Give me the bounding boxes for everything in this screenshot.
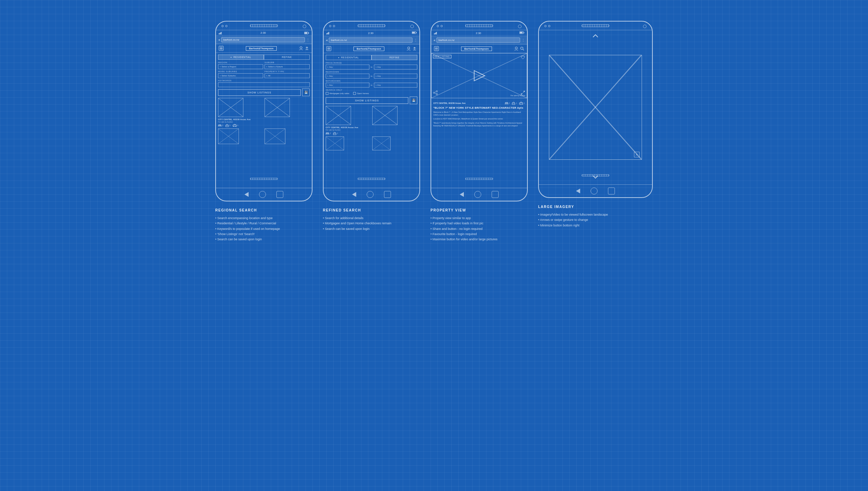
field-row-region: REGION ▾ Select a Region SUBURB ▾ Select… <box>218 61 310 69</box>
back-btn-2[interactable] <box>352 192 356 197</box>
property-type-label: PROPERTY TYPE <box>265 70 310 73</box>
beds-1: 2 <box>218 124 223 127</box>
phone-3-speaker <box>465 24 493 27</box>
hamburger-menu-3[interactable] <box>434 46 439 51</box>
property-type-value: All <box>268 75 270 77</box>
listing-img-1b <box>265 98 290 117</box>
svg-rect-60 <box>512 103 515 105</box>
svg-rect-4 <box>308 32 309 33</box>
desc-title-1: REGIONAL SEARCH <box>215 208 312 212</box>
recent-btn-4[interactable] <box>608 188 615 194</box>
home-btn-4[interactable] <box>591 188 598 194</box>
bath-icon-2 <box>333 132 336 135</box>
screen-content-1: ▾ RESIDENTIAL REFINE REGION ▾ Select a R… <box>216 53 312 147</box>
minimize-button[interactable] <box>634 152 640 157</box>
nav-logo-2[interactable]: Barfoot&Thompson <box>353 47 384 51</box>
back-btn-3[interactable] <box>460 192 464 197</box>
svg-rect-2 <box>221 32 222 34</box>
tab-residential-1[interactable]: ▾ RESIDENTIAL <box>218 55 264 60</box>
heart-icon[interactable] <box>520 55 525 60</box>
suburb-select[interactable]: ▾ Select a Suburb <box>265 64 310 69</box>
bedrooms-to-select[interactable]: ▾ Any <box>374 74 418 78</box>
browser-back-3[interactable]: ◀ <box>433 39 435 42</box>
signal-icon-2 <box>326 32 330 34</box>
home-btn-2[interactable] <box>367 191 374 198</box>
upload-icon-1[interactable] <box>305 46 309 50</box>
show-listings-btn-2[interactable]: SHOW LISTINGS <box>326 97 408 104</box>
property-address: CITY CENTRE, 403/39 Anzac Ave <box>433 102 466 104</box>
listing-grid-1b <box>218 128 310 144</box>
keywords-label: KEYWORDS <box>218 80 310 82</box>
upload-icon-2[interactable] <box>412 47 417 51</box>
save-btn-1[interactable]: 💾 <box>302 89 310 96</box>
open-homes-checkbox[interactable] <box>353 92 356 95</box>
desc-item-3-0: Property view similar to app <box>431 216 528 221</box>
price-from-select[interactable]: ▾ Any <box>326 65 369 69</box>
svg-point-6 <box>300 47 302 49</box>
desc-col-4: LARGE IMAGERY Imagery/Video to be viewed… <box>538 205 653 228</box>
search-icon-3[interactable] <box>520 47 524 51</box>
hamburger-menu-2[interactable] <box>326 46 331 51</box>
signal-icon <box>219 32 222 34</box>
more-suburbs-select[interactable]: ▾ Select Suburbs <box>218 73 263 78</box>
browser-url-3[interactable]: barfoot.co.nz <box>436 38 520 43</box>
nav-arrow-up[interactable] <box>592 34 599 40</box>
phone-2-dots <box>329 25 335 27</box>
browser-bar-2: ◀ barfoot.co.nz ⋮ <box>324 36 419 44</box>
back-btn-4[interactable] <box>576 189 580 193</box>
back-btn-1[interactable] <box>244 192 249 197</box>
browser-menu-1[interactable]: ⋮ <box>306 38 310 42</box>
keywords-input[interactable] <box>218 82 310 87</box>
region-select[interactable]: ▾ Select a Region <box>218 64 263 69</box>
user-icon-3[interactable] <box>514 47 518 51</box>
desc-item-1-2: Keyword/s to popoulate if used on homepa… <box>215 226 312 232</box>
svg-line-49 <box>523 49 524 50</box>
show-listings-btn-1[interactable]: SHOW LISTINGS <box>218 89 301 96</box>
large-img-x <box>549 55 641 159</box>
browser-menu-2[interactable]: ⋮ <box>414 38 417 42</box>
browser-back[interactable]: ◀ <box>218 39 220 41</box>
battery-icon <box>304 32 309 34</box>
baths-1: 1 <box>225 124 231 127</box>
price-to-select[interactable]: ▾ Any <box>374 65 418 69</box>
svg-rect-36 <box>333 133 336 135</box>
phone-1-dots <box>222 25 227 27</box>
tab-refine-1[interactable]: REFINE <box>264 55 310 60</box>
price-range-row: ▾ Any to ▾ Any <box>326 65 417 69</box>
nav-logo-3[interactable]: Barfoot&Thompson <box>461 47 492 51</box>
btn-row-1: SHOW LISTINGS 💾 <box>218 89 310 96</box>
browser-back-2[interactable]: ◀ <box>326 39 327 42</box>
svg-point-62 <box>520 104 520 105</box>
svg-point-63 <box>522 104 523 105</box>
bathrooms-from-select[interactable]: ▾ Any <box>326 83 369 88</box>
property-address-line: CITY CENTRE, 403/39 Anzac Ave <box>433 102 466 104</box>
nav-logo-1[interactable]: Barfoot&Thompson <box>246 46 277 51</box>
home-btn-1[interactable] <box>259 191 266 198</box>
recent-btn-3[interactable] <box>492 191 499 198</box>
browser-url-1[interactable]: barfoot.co.nz <box>221 37 305 42</box>
recent-btn-2[interactable] <box>384 191 391 198</box>
bedrooms-from-select[interactable]: ▾ Any <box>326 74 369 78</box>
property-type-select[interactable]: ▾ All <box>265 73 310 78</box>
property-info-bar: CITY CENTRE, 403/39 Anzac Ave 2 1 <box>433 101 525 106</box>
svg-point-17 <box>235 126 236 127</box>
hamburger-menu-1[interactable] <box>219 46 224 51</box>
property-img-x <box>432 53 527 98</box>
browser-url-2[interactable]: barfoot.co.nz <box>329 38 412 43</box>
share-icon[interactable] <box>433 90 438 95</box>
user-icon-1[interactable] <box>299 46 303 50</box>
suburb-value: Select a Suburb <box>268 66 283 68</box>
svg-rect-41 <box>434 33 435 34</box>
home-btn-3[interactable] <box>474 191 481 198</box>
recent-btn-1[interactable] <box>276 191 283 198</box>
save-btn-2[interactable]: 💾 <box>410 97 417 104</box>
mortgagee-checkbox[interactable] <box>326 92 328 95</box>
user-icon-2[interactable] <box>407 47 411 51</box>
bathrooms-to-select[interactable]: ▾ Any <box>374 83 418 88</box>
tab-refine-2[interactable]: REFINE <box>372 55 417 60</box>
tab-residential-2[interactable]: ▾ RESIDENTIAL <box>326 55 372 60</box>
large-image-view <box>539 30 652 184</box>
phone-3: 2:30 ◀ barfoot.co.nz ⋮ <box>431 21 528 201</box>
browser-menu-3[interactable]: ⋮ <box>521 38 525 42</box>
desc-col-3: PROPERTY VIEW Property view similar to a… <box>431 208 528 242</box>
